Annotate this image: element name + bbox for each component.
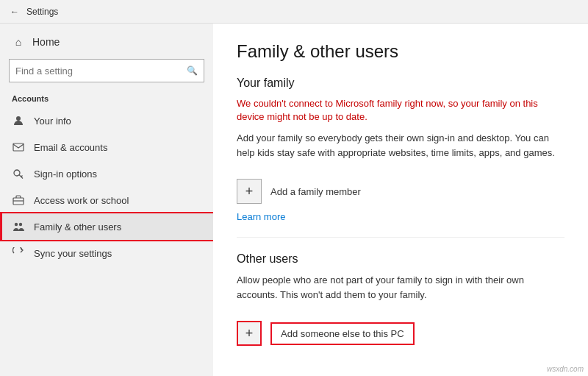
add-family-member-row[interactable]: + Add a family member [237,171,564,211]
add-other-label: Add someone else to this PC [270,322,415,345]
briefcase-icon [12,194,25,207]
svg-point-0 [16,116,21,121]
sidebar-home-label: Home [32,36,60,48]
other-users-title: Other users [237,252,564,266]
svg-rect-1 [13,143,24,151]
sidebar-item-sign-in[interactable]: Sign-in options [0,160,213,187]
sidebar: ⌂ Home 🔍 Accounts Your info Email & acco… [0,24,213,376]
add-other-plus-button[interactable]: + [237,321,262,346]
family-description: Add your family so everybody gets their … [237,131,564,160]
other-users-description: Allow people who are not part of your fa… [237,273,564,302]
sidebar-label-family-users: Family & other users [34,221,121,233]
content-panel: Family & other users Your family We coul… [213,24,588,376]
search-box: 🔍 [9,59,204,82]
sidebar-label-email-accounts: Email & accounts [34,142,107,153]
learn-more-link[interactable]: Learn more [237,211,564,222]
page-title: Family & other users [237,41,564,62]
sidebar-item-sync-settings[interactable]: Sync your settings [0,240,213,266]
your-family-title: Your family [237,77,564,90]
title-bar-text: Settings [26,7,58,17]
sidebar-label-sync: Sync your settings [34,248,112,259]
section-divider [237,237,564,238]
add-family-label: Add a family member [270,186,361,197]
email-icon [12,141,25,154]
sidebar-label-your-info: Your info [34,116,71,127]
back-button[interactable]: ← [9,6,21,18]
watermark: wsxdn.com [547,365,584,373]
title-bar: ← Settings [0,0,588,24]
search-input[interactable] [15,65,187,77]
sidebar-label-sign-in: Sign-in options [34,169,97,180]
search-icon: 🔍 [187,65,198,76]
main-layout: ⌂ Home 🔍 Accounts Your info Email & acco… [0,24,588,376]
family-icon [12,220,25,233]
sidebar-item-email-accounts[interactable]: Email & accounts [0,134,213,160]
sidebar-item-your-info[interactable]: Your info [0,107,213,134]
sync-icon [12,246,25,260]
sidebar-item-family-users[interactable]: Family & other users [0,213,213,240]
sidebar-item-home[interactable]: ⌂ Home [0,29,213,54]
person-icon [12,114,25,127]
sidebar-item-access-work[interactable]: Access work or school [0,187,213,213]
svg-point-6 [19,223,22,226]
sidebar-label-access-work: Access work or school [34,195,129,206]
sidebar-section-label: Accounts [0,91,213,107]
add-other-user-row[interactable]: + Add someone else to this PC [237,313,564,353]
add-family-plus-button[interactable]: + [237,179,262,204]
family-error-message: We couldn't connect to Microsoft family … [237,97,564,124]
key-icon [12,167,25,180]
svg-point-5 [15,223,18,226]
home-icon: ⌂ [12,35,25,49]
